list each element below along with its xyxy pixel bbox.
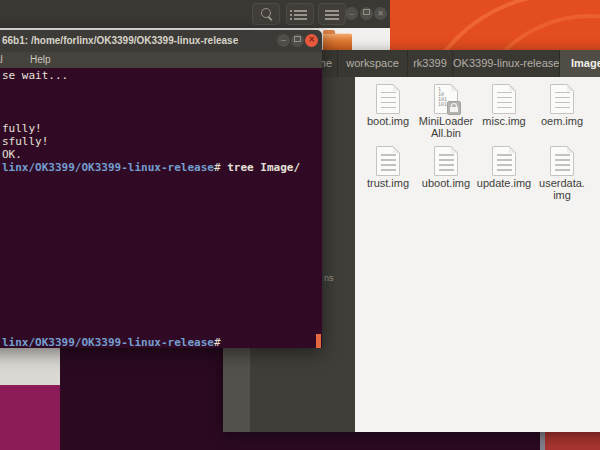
minimize-button[interactable]: –: [345, 7, 358, 20]
file-label: userdata. img: [539, 178, 585, 201]
wallpaper-magenta-region: [0, 380, 60, 450]
file-label: boot.img: [367, 116, 409, 128]
terminal-output-area[interactable]: se wait... fully! sfully! OK. linx/OK339…: [0, 68, 322, 348]
file-label: misc.img: [482, 116, 525, 128]
terminal-prompt-line: linx/OK3399/OK3399-linux-release# tree I…: [2, 161, 300, 174]
tab-workspace[interactable]: workspace: [338, 50, 408, 77]
file-icon: [376, 146, 400, 176]
search-icon: [261, 8, 271, 18]
sidebar-label-fragment: ns: [324, 273, 334, 283]
prompt-path: linx/OK3399/OK3399-linux-release: [2, 161, 214, 174]
desktop: – ✕ me workspace rk3399 OK3399-linux-rel…: [0, 0, 600, 450]
file-icon: [492, 146, 516, 176]
menu-item-partial[interactable]: al: [0, 52, 3, 68]
prompt-hash: #: [214, 161, 221, 174]
terminal-prompt-line: linx/OK3399/OK3399-linux-release#: [2, 336, 221, 349]
file-oem-img[interactable]: oem.img: [533, 84, 591, 146]
file-miniloaderall-bin[interactable]: 1 10 101 1010 MiniLoader All.bin: [417, 84, 475, 146]
list-view-icon: [294, 10, 307, 20]
menu-button[interactable]: [318, 3, 346, 25]
close-button[interactable]: ✕: [374, 7, 387, 20]
tab-rk3399[interactable]: rk3399: [408, 50, 453, 77]
menu-item-help[interactable]: Help: [30, 52, 51, 68]
file-update-img[interactable]: update.img: [475, 146, 533, 208]
minimize-button[interactable]: –: [277, 34, 290, 47]
terminal-output-line: OK.: [2, 148, 22, 161]
file-label: oem.img: [541, 116, 583, 128]
maximize-button[interactable]: [360, 7, 373, 20]
file-label: uboot.img: [422, 178, 470, 190]
file-icon: [434, 146, 458, 176]
file-uboot-img[interactable]: uboot.img: [417, 146, 475, 208]
file-label: MiniLoader All.bin: [419, 116, 473, 139]
view-toggle-button[interactable]: [286, 3, 314, 25]
file-icon: [492, 84, 516, 114]
tab-ok3399-linux-release[interactable]: OK3399-linux-release: [453, 50, 560, 77]
file-label: trust.img: [367, 178, 409, 190]
file-userdata-img[interactable]: userdata. img: [533, 146, 591, 208]
file-icon: [376, 84, 400, 114]
close-button[interactable]: ✕: [305, 34, 318, 47]
file-grid: boot.img 1 10 101 1010 MiniLoader All.bi…: [359, 84, 591, 208]
terminal-titlebar[interactable]: 66b1: /home/forlinx/OK3399/OK3399-linux-…: [0, 30, 322, 52]
background-window-sliver: [0, 348, 60, 385]
background-window-headerbar: – ✕: [0, 0, 390, 28]
lock-emblem-icon: [447, 101, 461, 115]
prompt-path: linx/OK3399/OK3399-linux-release: [2, 336, 214, 349]
file-misc-img[interactable]: misc.img: [475, 84, 533, 146]
scrollbar-thumb[interactable]: [316, 334, 321, 348]
typed-command: tree Image/: [227, 161, 300, 174]
terminal-window: 66b1: /home/forlinx/OK3399/OK3399-linux-…: [0, 30, 322, 348]
file-icon: [550, 146, 574, 176]
file-label: update.img: [477, 178, 531, 190]
binary-file-icon: 1 10 101 1010: [434, 84, 458, 114]
file-trust-img[interactable]: trust.img: [359, 146, 417, 208]
maximize-button[interactable]: [291, 34, 304, 47]
file-list-area: boot.img 1 10 101 1010 MiniLoader All.bi…: [355, 77, 600, 432]
background-red-panel: [540, 431, 600, 450]
search-button[interactable]: [252, 3, 280, 25]
terminal-output-line: fully!: [2, 122, 42, 135]
terminal-output-line: se wait...: [2, 69, 68, 82]
terminal-menubar: al Help: [0, 52, 322, 68]
file-boot-img[interactable]: boot.img: [359, 84, 417, 146]
terminal-output-line: sfully!: [2, 135, 48, 148]
menu-icon: [325, 10, 339, 20]
terminal-title: 66b1: /home/forlinx/OK3399/OK3399-linux-…: [2, 30, 238, 52]
prompt-hash: #: [214, 336, 221, 349]
tab-image-active[interactable]: Image: [560, 50, 600, 77]
file-icon: [550, 84, 574, 114]
